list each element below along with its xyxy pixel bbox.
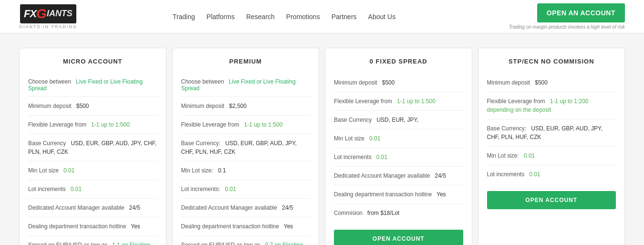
card-premium-title: PREMIUM [181,58,311,70]
micro-row-6: Dealing department transaction hotline Y… [28,222,157,236]
nav-right: OPEN AN ACCOUNT Trading on margin produc… [509,3,625,30]
fixed-row-2: Base Currency USD, EUR, JPY, [334,116,463,129]
card-micro: MICRO ACCOUNT Choose between Live Fixed … [19,48,166,245]
premium-row-7: Spread on EUR/USD as low as 0.7 on Float… [181,241,311,245]
fixed-row-0: Minimum deposit $500 [334,78,463,92]
choose-label: Choose between [28,78,71,85]
micro-row-2: Base Currency USD, EUR, GBP, AUD, JPY, C… [28,139,157,161]
premium-row-6: Dealing department transaction hotline Y… [181,222,311,236]
logo-subtitle: GIANTS IN TRADING [19,24,77,29]
premium-row-4: Lot increments: 0.01 [181,185,311,199]
stp-row-2: Base Currency: USD, EUR, GBP, AUD, JPY, … [487,124,616,147]
premium-row-2: Base Currency: USD, EUR, GBP, AUD, JPY, … [181,139,311,161]
stp-row-0: Minimum deposit $500 [487,78,616,92]
fixed-row-6: Dealing department transaction hotline Y… [334,190,463,204]
open-account-button[interactable]: OPEN AN ACCOUNT [537,3,625,22]
fixed-row-4: Lot increments 0.01 [334,153,463,167]
micro-row-7: Spread on EUR/USD as low as 1.1 on Float… [28,241,157,245]
open-account-fixed-button[interactable]: OPEN ACCOUNT [334,230,463,245]
risk-warning-text: Trading on margin products involves a hi… [509,24,625,30]
micro-row-4: Lot increments 0.01 [28,185,157,199]
stp-row-3: Min Lot size: 0.01 [487,151,616,165]
card-premium: PREMIUM Choose between Live Fixed or Liv… [172,48,320,245]
nav-link-about[interactable]: About Us [368,13,396,21]
open-account-stp-button[interactable]: OPEN ACCOUNT [487,191,616,209]
premium-row-3: Min Lot size: 0.1 [181,166,311,180]
logo-box: FX G IANTS [20,4,76,23]
fixed-row-1: Flexible Leverage from 1-1 up to 1:500 [334,97,463,111]
card-micro-choose: Choose between Live Fixed or Live Floati… [28,78,157,97]
stp-row-1: Flexible Leverage from 1-1 up to 1:200 d… [487,97,616,119]
card-fixed-title: 0 FIXED SPREAD [334,58,463,70]
nav-link-promotions[interactable]: Promotions [286,13,320,21]
card-fixed: 0 FIXED SPREAD Minimum deposit $500 Flex… [325,48,472,245]
fixed-row-3: Min Lot size 0.01 [334,134,463,148]
micro-row-3: Min Lot size 0.01 [28,166,157,180]
navbar: FX G IANTS GIANTS IN TRADING Trading Pla… [0,0,644,33]
premium-row-0: Minimum deposit $2,500 [181,102,311,116]
main-content: MICRO ACCOUNT Choose between Live Fixed … [0,33,644,245]
logo-fx-text: FX [24,8,36,20]
logo-g-letter: G [36,6,47,21]
micro-row-0: Minimum deposit $500 [28,102,157,116]
premium-row-5: Dedicated Account Manager available 24/5 [181,203,311,217]
fixed-row-5: Dedicated Account Manager available 24/5 [334,171,463,185]
logo: FX G IANTS GIANTS IN TRADING [19,4,77,29]
cards-container: MICRO ACCOUNT Choose between Live Fixed … [19,48,625,245]
micro-row-1: Flexible Leverage from 1-1 up to 1:500 [28,120,157,134]
card-stp-title: STP/ECN NO COMMISION [487,58,616,70]
nav-link-trading[interactable]: Trading [173,13,195,21]
nav-link-platforms[interactable]: Platforms [207,13,235,21]
fixed-row-7: Commision from $18/Lot [334,209,463,222]
premium-row-1: Flexible Leverage from 1-1 up to 1:500 [181,120,311,134]
nav-links: Trading Platforms Research Promotions Pa… [173,13,509,21]
logo-iants-text: IANTS [47,9,73,19]
nav-link-research[interactable]: Research [246,13,275,21]
card-premium-choose: Choose between Live Fixed or Live Floati… [181,78,311,97]
card-stp: STP/ECN NO COMMISION Minimum deposit $50… [478,48,625,245]
nav-link-partners[interactable]: Partners [332,13,357,21]
stp-row-4: Lot increments 0.01 [487,170,616,183]
card-micro-title: MICRO ACCOUNT [28,58,157,70]
micro-row-5: Dedicated Account Manager available 24/5 [28,203,157,217]
